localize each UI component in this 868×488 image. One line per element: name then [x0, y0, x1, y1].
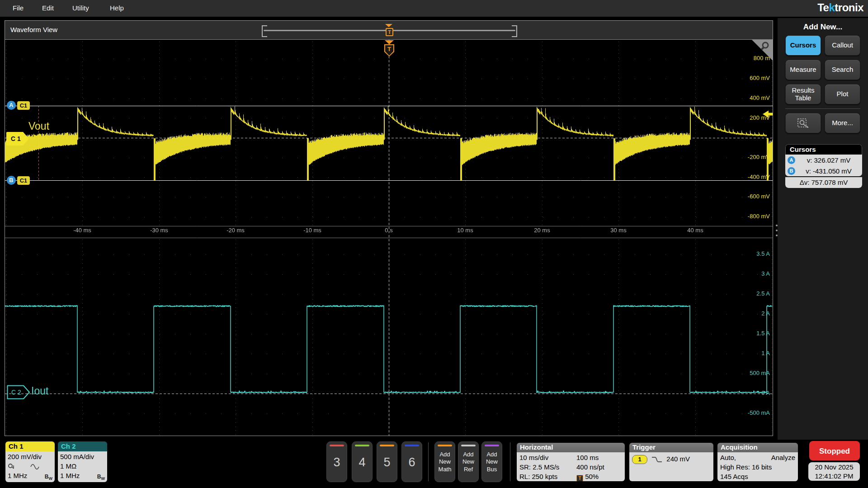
- search-button[interactable]: Search: [825, 60, 860, 80]
- time: 12:41:02 PM: [808, 472, 860, 481]
- y2-tick-label: 2.5 A: [756, 290, 770, 298]
- horizontal-sample-rate: SR: 2.5 MS/s: [519, 463, 559, 471]
- ch4-color-stripe: [355, 445, 369, 446]
- y2-tick-label: 3 A: [761, 270, 770, 278]
- plot-button[interactable]: Plot: [825, 84, 860, 104]
- y2-tick-label: 1 A: [761, 350, 770, 358]
- zoom-select-button[interactable]: [785, 113, 821, 133]
- cursor-delta-value: Δv: 757.078 mV: [785, 177, 862, 188]
- x-tick-label: 20 ms: [524, 227, 560, 234]
- bottom-divider: [428, 442, 429, 481]
- horizontal-record-length: RL: 250 kpts: [519, 473, 557, 480]
- ch2-name: Ch 2: [58, 441, 107, 451]
- measure-button[interactable]: Measure: [785, 60, 821, 80]
- horizontal-position-minimap[interactable]: T: [262, 24, 517, 37]
- cursor-b-icon: B: [788, 167, 795, 175]
- ch3-color-stripe: [330, 445, 344, 446]
- run-stop-button[interactable]: Stopped: [809, 441, 860, 460]
- cursor-a-row: A v: 326.027 mV: [785, 155, 862, 165]
- cursor-a-source-chip: C1: [17, 101, 30, 110]
- menu-help[interactable]: Help: [110, 4, 124, 12]
- horizontal-resolution: 400 ns/pt: [576, 462, 604, 472]
- probe-icon: [8, 463, 16, 469]
- ch2-badge[interactable]: Ch 2 500 mA/div 1 MΩ 1 MHz BW: [58, 441, 107, 482]
- cursor-b-circle: B: [7, 176, 16, 185]
- acquisition-panel[interactable]: Acquisition Auto, Analyze High Res: 16 b…: [717, 443, 798, 481]
- trigger-level: 240 mV: [666, 455, 690, 463]
- acquisition-count: 145 Acqs: [720, 472, 795, 481]
- add-new-math-button[interactable]: Add New Math: [434, 441, 455, 482]
- right-panel: Add New... Cursors Callout Measure Searc…: [778, 18, 868, 440]
- bandwidth-limit-icon: BW: [97, 472, 105, 482]
- acquisition-mode: Auto,: [720, 453, 736, 462]
- ch1-badge[interactable]: Ch 1 200 mV/div 1 MHz BW: [5, 441, 55, 482]
- menu-file[interactable]: File: [13, 4, 24, 12]
- more-button[interactable]: More...: [825, 113, 860, 133]
- ch5-button[interactable]: 5: [377, 441, 397, 482]
- y2-tick-label: 1.5 A: [756, 330, 770, 338]
- ch1-scale: 200 mV/div: [8, 452, 52, 461]
- ch2-ground-marker[interactable]: C 2: [7, 385, 30, 399]
- y2-tick-label: 3.5 A: [756, 250, 770, 258]
- minimap-right-bracket: [512, 25, 517, 37]
- trigger-panel[interactable]: Trigger 1 240 mV: [629, 443, 713, 481]
- bandwidth-limit-icon: BW: [45, 472, 52, 482]
- acquisition-analyze: Analyze: [771, 453, 795, 462]
- ch2-callout-label[interactable]: Iout: [31, 385, 48, 397]
- cursor-a-badge[interactable]: A C1: [7, 101, 30, 110]
- y1-tick-label: -200 mV: [748, 154, 770, 162]
- trigger-source-pill: 1: [632, 455, 647, 464]
- ch6-button[interactable]: 6: [401, 441, 422, 482]
- horizontal-scale: 10 ms/div: [519, 454, 548, 461]
- callout-button[interactable]: Callout: [825, 35, 860, 56]
- add-new-bus-button[interactable]: Add New Bus: [481, 441, 502, 482]
- cursor-a-value: v: 326.027 mV: [795, 156, 862, 164]
- x-tick-label: -20 ms: [217, 227, 254, 234]
- ch6-color-stripe: [405, 445, 419, 446]
- zoom-select-icon: [797, 117, 810, 129]
- y2-tick-label: 0 A: [761, 389, 770, 398]
- x-tick-label: -40 ms: [64, 227, 100, 234]
- y1-tick-label: -800 mV: [748, 213, 770, 221]
- cursor-b-row: B v: -431.050 mV: [785, 165, 862, 176]
- cursors-button[interactable]: Cursors: [785, 35, 821, 56]
- ch1-callout-label[interactable]: Vout: [28, 120, 49, 132]
- waveform-view: Waveform View T T 800 m 600 mV 400 mV 20…: [5, 20, 773, 436]
- y1-tick-label: -400 mV: [748, 174, 770, 182]
- ref-color-stripe: [461, 445, 476, 446]
- y1-tick-label: 400 mV: [750, 94, 770, 103]
- svg-text:C 2: C 2: [11, 389, 21, 396]
- cursor-a-circle: A: [7, 101, 16, 110]
- waveform-canvas[interactable]: [5, 40, 773, 436]
- minimap-trigger-arrow-icon: [385, 24, 392, 27]
- add-new-ref-button[interactable]: Add New Ref: [458, 441, 479, 482]
- ch3-button[interactable]: 3: [326, 441, 347, 482]
- y1-tick-label: 600 mV: [750, 75, 770, 83]
- menu-bar: File Edit Utility Help Tektronix: [0, 0, 868, 17]
- menu-edit[interactable]: Edit: [42, 4, 54, 12]
- y1-tick-label: 800 m: [754, 55, 770, 63]
- datetime-display: 20 Nov 2025 12:41:02 PM: [808, 462, 860, 481]
- ch1-bandwidth: 1 MHz: [8, 472, 27, 479]
- minimap-left-bracket: [262, 25, 267, 37]
- results-table-button[interactable]: Results Table: [785, 84, 821, 104]
- horizontal-panel[interactable]: Horizontal 10 ms/div 100 ms SR: 2.5 MS/s…: [517, 443, 625, 481]
- panel-divider: [785, 108, 860, 109]
- bus-color-stripe: [485, 445, 499, 446]
- minimap-trigger-t-icon[interactable]: T: [386, 28, 393, 36]
- cursor-b-badge[interactable]: B C1: [7, 176, 30, 185]
- cursors-readout-panel[interactable]: Cursors A v: 326.027 mV B v: -431.050 mV…: [785, 144, 862, 188]
- x-tick-label: -10 ms: [294, 227, 330, 234]
- acquisition-title: Acquisition: [717, 443, 798, 452]
- ch2-scale: 500 mA/div: [60, 452, 105, 461]
- cursor-a-icon: A: [788, 156, 795, 164]
- ch1-name: Ch 1: [5, 441, 55, 451]
- y2-tick-label: -500 mA: [748, 409, 770, 418]
- tektronix-logo: Tektronix: [817, 1, 863, 14]
- menu-utility[interactable]: Utility: [72, 4, 89, 12]
- ch4-button[interactable]: 4: [352, 441, 373, 482]
- ch1-ground-marker[interactable]: C 1: [6, 131, 29, 146]
- y2-tick-label: 500 mA: [750, 370, 770, 378]
- x-tick-label: 10 ms: [447, 227, 483, 234]
- cursor-b-value: v: -431.050 mV: [795, 167, 862, 175]
